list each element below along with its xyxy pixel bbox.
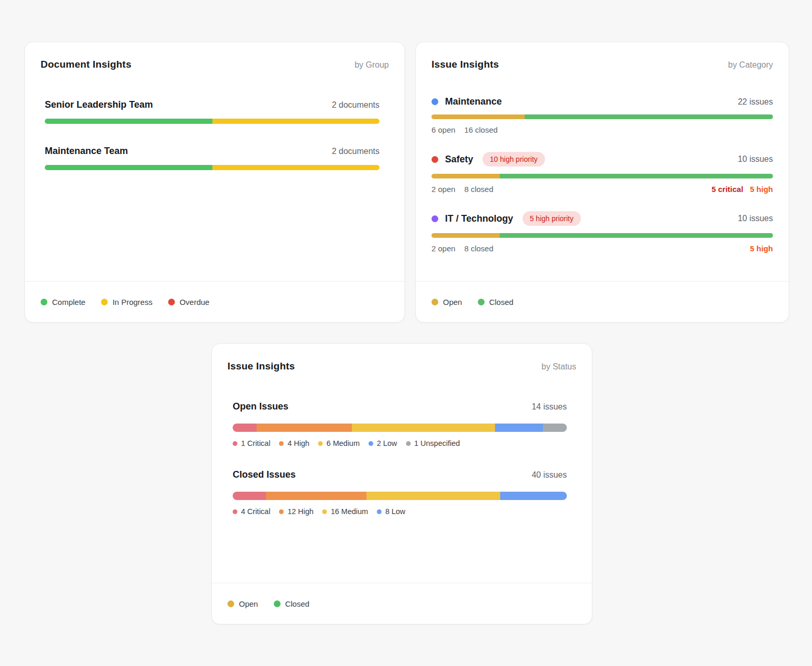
- progress-bar: [432, 174, 773, 178]
- legend-label: Complete: [52, 298, 85, 306]
- category-dot-icon: [432, 215, 438, 222]
- row-head: Open Issues14 issues: [233, 401, 567, 412]
- severity-legend-item: 4 High: [279, 439, 309, 447]
- bar-segment-closed: [500, 233, 773, 238]
- status-name: Open Issues: [233, 401, 288, 412]
- severity-legend-label: 1 Critical: [241, 439, 270, 447]
- bar-segment-medium: [366, 492, 500, 500]
- severity-stat: 5 high: [750, 244, 773, 253]
- dashboard-canvas: Document Insights by Group Senior Leader…: [0, 0, 812, 666]
- severity-dot-icon: [377, 509, 382, 514]
- card-subtitle: by Category: [728, 60, 773, 70]
- bar-segment-closed: [525, 114, 773, 119]
- document-status-legend: CompleteIn ProgressOverdue: [25, 281, 404, 322]
- issue-category-row: IT / Technology5 high priority10 issues2…: [432, 211, 773, 253]
- legend-label: Closed: [285, 599, 310, 608]
- legend-item: Complete: [41, 298, 85, 306]
- category-dot-icon: [432, 98, 438, 105]
- progress-bar: [45, 165, 379, 170]
- legend-label: Open: [239, 599, 258, 608]
- legend-label: In Progress: [112, 298, 153, 306]
- severity-dot-icon: [318, 441, 323, 446]
- row-head: Closed Issues40 issues: [233, 469, 567, 480]
- legend-dot-icon: [478, 299, 485, 305]
- severity-legend-label: 6 Medium: [326, 439, 360, 447]
- severity-legend-item: 8 Low: [377, 507, 405, 516]
- bar-segment-critical: [233, 424, 257, 432]
- category-label-group: Safety10 high priority: [432, 152, 545, 166]
- progress-bar: [233, 424, 567, 432]
- card-title: Issue Insights: [432, 59, 499, 70]
- severity-legend-item: 1 Critical: [233, 439, 270, 447]
- bar-segment-complete: [45, 165, 212, 170]
- card-subtitle: by Group: [354, 60, 389, 70]
- severity-dot-icon: [369, 441, 373, 446]
- legend-item: Open: [432, 298, 462, 306]
- bar-segment-closed: [500, 174, 773, 178]
- legend-label: Closed: [489, 298, 514, 306]
- legend-item: Closed: [478, 298, 514, 306]
- document-group-row: Senior Leadership Team2 documents: [45, 99, 379, 124]
- progress-bar: [233, 492, 567, 500]
- open-closed-legend: OpenClosed: [212, 583, 592, 624]
- issue-category-row: Safety10 high priority10 issues2 open8 c…: [432, 152, 773, 194]
- status-sections: Open Issues14 issues1 Critical4 High6 Me…: [212, 372, 592, 583]
- status-name: Closed Issues: [233, 469, 296, 480]
- row-stats: 6 open16 closed: [432, 125, 773, 134]
- stat-value: 6 open: [432, 125, 455, 134]
- card-subtitle: by Status: [541, 362, 576, 372]
- bar-segment-in-progress: [212, 165, 380, 170]
- row-head: Maintenance Team2 documents: [45, 146, 379, 157]
- card-title: Document Insights: [41, 59, 131, 70]
- high-priority-badge: 5 high priority: [523, 211, 581, 226]
- legend-dot-icon: [168, 299, 175, 305]
- category-name: Safety: [445, 154, 473, 165]
- progress-bar: [432, 114, 773, 119]
- legend-label: Overdue: [180, 298, 210, 306]
- severity-dot-icon: [322, 509, 327, 514]
- issue-insights-by-category-card: Issue Insights by Category Maintenance22…: [415, 42, 789, 323]
- progress-bar: [45, 119, 379, 124]
- stat-value: 16 closed: [464, 125, 498, 134]
- category-rows: Maintenance22 issues6 open16 closedSafet…: [416, 70, 789, 281]
- issue-category-row: Maintenance22 issues6 open16 closed: [432, 96, 773, 134]
- card-header: Issue Insights by Status: [212, 344, 592, 372]
- row-stats: 2 open8 closed5 critical5 high: [432, 185, 773, 194]
- severity-legend-item: 6 Medium: [318, 439, 360, 447]
- card-header: Document Insights by Group: [25, 42, 404, 70]
- category-name: Maintenance: [445, 96, 502, 107]
- bar-segment-high: [257, 424, 352, 432]
- issue-insights-by-status-card: Issue Insights by Status Open Issues14 i…: [211, 343, 592, 624]
- legend-item: Closed: [274, 599, 310, 608]
- severity-dot-icon: [233, 509, 237, 514]
- severity-stat: 5 critical: [712, 185, 743, 194]
- open-closed-stats: 2 open8 closed: [432, 244, 493, 253]
- group-name: Maintenance Team: [45, 146, 128, 157]
- stat-value: 2 open: [432, 185, 455, 194]
- legend-item: Overdue: [168, 298, 210, 306]
- category-dot-icon: [432, 156, 438, 163]
- bar-segment-unspecified: [543, 424, 567, 432]
- open-closed-stats: 2 open8 closed: [432, 185, 493, 194]
- document-group-row: Maintenance Team2 documents: [45, 146, 379, 170]
- row-head: IT / Technology5 high priority10 issues: [432, 211, 773, 226]
- document-insights-card: Document Insights by Group Senior Leader…: [24, 42, 405, 323]
- legend-item: Open: [227, 599, 258, 608]
- bar-segment-complete: [45, 119, 212, 124]
- bar-segment-critical: [233, 492, 266, 500]
- bar-segment-open: [432, 114, 525, 119]
- bar-segment-low: [500, 492, 567, 500]
- stat-value: 8 closed: [464, 244, 493, 253]
- severity-legend-label: 1 Unspecified: [414, 439, 460, 447]
- severity-legend-item: 4 Critical: [233, 507, 270, 516]
- card-header: Issue Insights by Category: [416, 42, 789, 70]
- status-section: Closed Issues40 issues4 Critical12 High1…: [233, 469, 567, 516]
- severity-legend-item: 2 Low: [369, 439, 397, 447]
- issue-count: 10 issues: [738, 155, 773, 164]
- row-stats: 2 open8 closed5 high: [432, 244, 773, 253]
- severity-legend-item: 1 Unspecified: [406, 439, 460, 447]
- bar-segment-low: [495, 424, 543, 432]
- legend-dot-icon: [227, 600, 234, 607]
- bar-segment-open: [432, 174, 500, 178]
- legend-label: Open: [443, 298, 462, 306]
